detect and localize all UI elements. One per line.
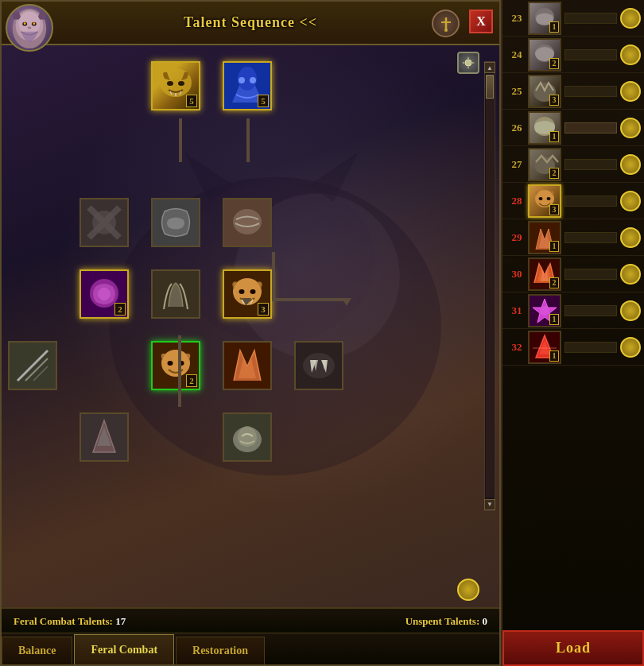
talent-node-sharpened-claws[interactable] [151, 269, 200, 319]
talent-node-ferocity[interactable]: 5 [151, 61, 200, 110]
level-23: 23 [506, 12, 528, 25]
right-spacer-31 [564, 305, 617, 316]
right-rank-25: 3 [549, 95, 559, 106]
svg-point-57 [540, 306, 549, 316]
svg-point-20 [250, 77, 256, 83]
right-gold-29 [620, 227, 641, 248]
svg-point-16 [178, 81, 184, 86]
predatory-strikes-icon [10, 343, 56, 389]
load-button[interactable]: Load [502, 630, 644, 666]
right-gold-26 [620, 118, 641, 138]
right-row-24: 24 2 [502, 37, 644, 73]
right-spacer-29 [564, 232, 617, 243]
scroll-thumb[interactable] [486, 75, 494, 99]
svg-point-2 [18, 12, 40, 35]
talent-node-nurturing-instinct[interactable] [223, 412, 272, 462]
talent-node-feral-aggression[interactable]: 5 [223, 61, 272, 110]
right-gold-23 [620, 8, 641, 29]
right-icon-24[interactable]: 2 [528, 38, 561, 72]
arrow-down2 [242, 298, 251, 306]
tab-restoration[interactable]: Restoration [176, 637, 265, 664]
right-rank-26: 1 [549, 131, 559, 142]
right-icon-31[interactable]: 1 [528, 294, 561, 327]
right-row-25: 25 3 [502, 73, 644, 110]
faerie-fire-icon [296, 343, 342, 389]
talent-node-shredding-attacks[interactable]: 3 [223, 269, 272, 319]
feral-talents-text: Feral Combat Talents: [14, 615, 113, 627]
talent-node-feral-charge[interactable]: 2 [80, 269, 129, 319]
tab-feral-combat[interactable]: Feral Combat [74, 634, 174, 664]
talent-node-brutal-impact[interactable] [80, 198, 129, 247]
ferocity-rank: 5 [186, 95, 197, 107]
right-rank-31: 1 [549, 314, 559, 325]
scroll-track [486, 75, 494, 498]
sword-icon [432, 10, 460, 37]
status-bar: Feral Combat Talents: 17 Unspent Talents… [2, 607, 499, 633]
scroll-down-arrow[interactable]: ▼ [484, 499, 495, 510]
right-spacer-27 [564, 159, 617, 170]
level-28: 28 [506, 195, 528, 207]
svg-point-5 [24, 22, 26, 25]
svg-point-15 [167, 81, 173, 86]
right-icon-28[interactable]: 3 [528, 184, 561, 218]
svg-point-22 [92, 211, 116, 234]
right-spacer-box-26 [564, 122, 617, 134]
feral-talents-label: Feral Combat Talents: 17 [14, 614, 126, 628]
talent-node-faerie-fire[interactable] [294, 341, 343, 390]
right-rank-29: 1 [549, 241, 559, 252]
right-row-30: 30 2 [502, 256, 644, 292]
svg-point-41 [303, 353, 335, 378]
right-spacer-23 [564, 13, 617, 24]
right-row-27: 27 2 [502, 146, 644, 183]
right-icon-32[interactable]: 1 [528, 331, 561, 364]
right-row-28: 28 3 [502, 183, 644, 219]
right-gold-31 [620, 300, 641, 321]
svg-point-7 [28, 27, 32, 29]
feral-instinct-icon [224, 199, 270, 246]
connector-v2 [246, 118, 250, 162]
right-gold-24 [620, 45, 641, 65]
scroll-up-arrow[interactable]: ▲ [484, 62, 495, 73]
right-gold-32 [620, 337, 641, 358]
arrow-down1 [342, 298, 351, 306]
right-rank-23: 1 [549, 21, 559, 33]
right-icon-27[interactable]: 2 [528, 148, 561, 181]
level-27: 27 [506, 158, 528, 171]
talent-node-predatory-strikes[interactable] [8, 341, 57, 390]
feral-talents-value: 17 [115, 615, 126, 627]
level-31: 31 [506, 304, 528, 317]
right-gold-25 [620, 81, 641, 102]
tab-balance[interactable]: Balance [2, 637, 72, 664]
right-spacer-30 [564, 269, 617, 280]
close-button[interactable]: X [469, 10, 493, 33]
talent-node-savage-fury[interactable] [223, 341, 272, 390]
right-icon-30[interactable]: 2 [528, 257, 561, 291]
right-rank-27: 2 [549, 168, 559, 179]
talent-node-primal-fury[interactable]: 2 [151, 341, 200, 390]
right-icon-25[interactable]: 3 [528, 75, 561, 108]
right-icon-26[interactable]: 1 [528, 111, 561, 145]
blood-frenzy-icon [81, 414, 127, 460]
svg-point-32 [239, 289, 245, 294]
gold-coin-icon [457, 579, 479, 601]
right-icon-23[interactable]: 1 [528, 2, 561, 35]
talent-node-blood-frenzy[interactable] [80, 412, 129, 462]
right-rank-24: 2 [549, 58, 559, 69]
right-icon-29[interactable]: 1 [528, 221, 561, 254]
gear-icon[interactable] [457, 52, 479, 74]
level-29: 29 [506, 231, 528, 244]
thick-hide-icon [153, 199, 199, 246]
avatar [6, 4, 53, 52]
right-row-31: 31 1 [502, 292, 644, 329]
scrollbar[interactable]: ▲ ▼ [484, 61, 495, 511]
connector-h1 [272, 298, 347, 301]
talent-node-feral-instinct[interactable] [223, 198, 272, 247]
unspent-talents-text: Unspent Talents: [405, 615, 480, 627]
shredding-attacks-rank: 3 [258, 303, 269, 316]
right-row-23: 23 1 [502, 0, 644, 37]
right-spacer-24 [564, 49, 617, 60]
svg-point-45 [465, 60, 471, 66]
talent-node-thick-hide[interactable] [151, 198, 200, 247]
right-panel: 23 1 24 2 25 [501, 0, 644, 666]
header: Talent Sequence << X [2, 2, 499, 45]
